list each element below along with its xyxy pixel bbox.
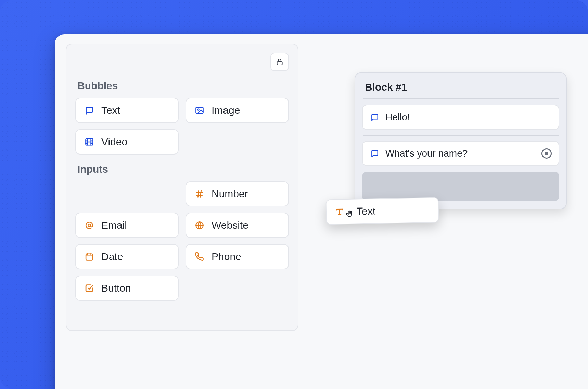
divider — [363, 98, 559, 99]
bubble-tile-text[interactable]: Text — [75, 98, 179, 123]
input-tile-date[interactable]: Date — [75, 244, 179, 269]
drop-target[interactable] — [362, 172, 559, 201]
type-icon — [335, 207, 345, 217]
section-title-bubbles: Bubbles — [77, 80, 289, 92]
tile-label: Website — [212, 219, 248, 231]
grab-cursor-icon — [345, 209, 355, 218]
message-icon — [370, 113, 379, 122]
bubble-tile-image[interactable]: Image — [186, 98, 289, 123]
message-icon — [84, 105, 94, 116]
svg-point-2 — [198, 109, 199, 110]
svg-rect-18 — [86, 254, 93, 260]
input-tile-button[interactable]: Button — [75, 276, 179, 301]
tile-label: Email — [101, 219, 127, 231]
dragging-tile-text[interactable]: Text — [325, 197, 439, 225]
input-tile-number[interactable]: Number — [186, 181, 289, 206]
lock-icon — [276, 58, 284, 66]
svg-line-13 — [198, 191, 199, 197]
input-tile-website[interactable]: Website — [186, 213, 289, 238]
hash-icon — [194, 189, 205, 199]
flow-block[interactable]: Block #1 Hello! What's your name? — [355, 72, 567, 209]
step-text: What's your name? — [385, 148, 468, 159]
tile-label: Image — [212, 105, 240, 116]
globe-icon — [194, 220, 205, 230]
block-step[interactable]: What's your name? — [362, 141, 559, 166]
tile-label: Button — [101, 282, 131, 294]
input-tile-phone[interactable]: Phone — [186, 244, 289, 269]
calendar-icon — [84, 252, 94, 262]
output-connector[interactable] — [541, 148, 552, 159]
svg-line-14 — [200, 191, 201, 197]
bubbles-grid: Text Image Video — [75, 98, 289, 155]
input-tile-email[interactable]: Email — [75, 213, 179, 238]
inputs-grid: Number Email Website — [75, 181, 289, 301]
divider — [363, 135, 559, 136]
message-icon — [370, 149, 379, 158]
image-icon — [194, 105, 205, 116]
at-icon — [84, 220, 94, 230]
tile-label: Video — [101, 136, 127, 148]
tile-label: Date — [101, 251, 123, 263]
bubble-tile-video[interactable]: Video — [75, 129, 179, 155]
block-title[interactable]: Block #1 — [362, 79, 559, 98]
check-square-icon — [84, 283, 94, 293]
svg-rect-0 — [277, 62, 282, 65]
tile-label: Text — [101, 105, 120, 116]
phone-icon — [194, 252, 205, 262]
tile-label: Phone — [212, 251, 241, 263]
block-library-panel: Bubbles Text Image — [66, 44, 298, 331]
step-text: Hello! — [385, 112, 410, 123]
block-step[interactable]: Hello! — [362, 105, 559, 130]
editor-canvas[interactable]: Bubbles Text Image — [55, 34, 588, 389]
section-title-inputs: Inputs — [77, 163, 289, 175]
panel-header — [75, 53, 289, 71]
lock-button[interactable] — [270, 53, 289, 71]
tile-label: Number — [212, 188, 248, 200]
tile-label: Text — [357, 205, 376, 217]
film-icon — [84, 137, 94, 147]
